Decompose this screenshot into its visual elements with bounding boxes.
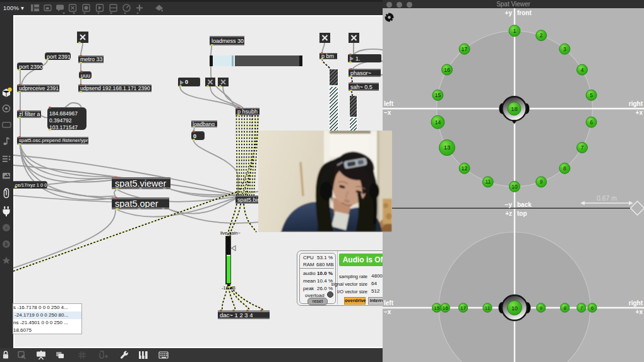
svg-text:8: 8 <box>563 165 566 172</box>
svg-text:−x: −x <box>384 109 391 116</box>
svg-text:17: 17 <box>462 46 468 52</box>
svg-text:7: 7 <box>580 305 583 311</box>
svg-text:6: 6 <box>591 305 594 311</box>
svg-text:18: 18 <box>511 105 518 112</box>
svg-text:4: 4 <box>581 67 584 73</box>
svg-text:16: 16 <box>444 67 450 73</box>
svg-text:16: 16 <box>443 305 448 311</box>
svg-text:left: left <box>384 100 394 107</box>
svg-text:15: 15 <box>435 92 441 98</box>
svg-text:+z: +z <box>505 210 512 217</box>
svg-text:1: 1 <box>513 28 516 34</box>
svg-text:11: 11 <box>485 305 491 311</box>
svg-text:back: back <box>517 201 532 208</box>
svg-text:2: 2 <box>540 32 543 38</box>
svg-text:9: 9 <box>540 305 543 311</box>
svg-text:17: 17 <box>460 305 466 311</box>
svg-text:0.67 m: 0.67 m <box>597 194 617 202</box>
svg-text:6: 6 <box>590 119 593 126</box>
svg-text:+x: +x <box>636 109 643 116</box>
svg-text:v: v <box>5 225 8 231</box>
svg-text:10: 10 <box>511 184 518 190</box>
svg-text:13: 13 <box>444 144 451 151</box>
svg-text:−y: −y <box>505 201 513 208</box>
svg-text:+x: +x <box>636 308 643 315</box>
svg-text:8: 8 <box>563 305 566 311</box>
svg-text:3: 3 <box>563 46 566 52</box>
svg-text:12: 12 <box>462 165 468 172</box>
svg-text:7: 7 <box>581 144 584 151</box>
svg-text:9: 9 <box>540 178 543 185</box>
svg-text:b: b <box>5 241 8 247</box>
svg-text:10: 10 <box>511 305 518 312</box>
svg-text:5: 5 <box>590 92 593 98</box>
svg-text:left: left <box>384 300 394 307</box>
svg-text:front: front <box>517 9 532 16</box>
svg-text:15: 15 <box>434 305 439 311</box>
svg-text:14: 14 <box>435 119 441 126</box>
svg-text:+y: +y <box>505 9 513 16</box>
svg-text:right: right <box>629 100 643 107</box>
svg-text:top: top <box>517 210 527 217</box>
svg-text:−x: −x <box>384 308 391 315</box>
svg-text:right: right <box>629 300 643 307</box>
svg-text:11: 11 <box>485 178 491 185</box>
